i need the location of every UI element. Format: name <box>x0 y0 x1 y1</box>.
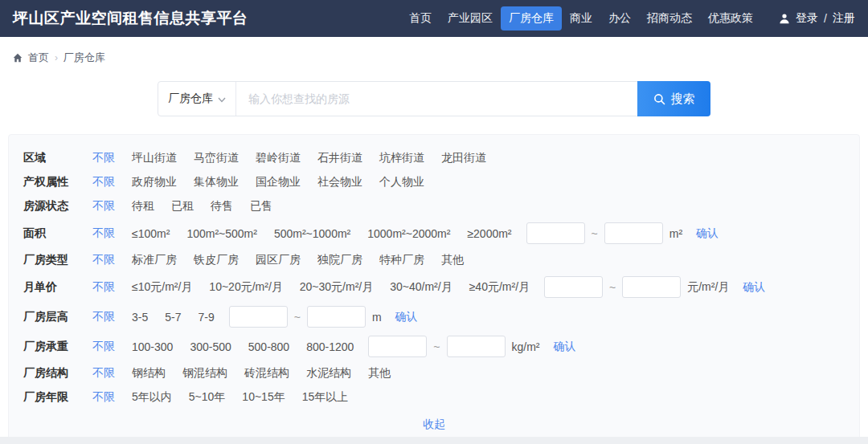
range-min-input[interactable] <box>526 222 585 244</box>
bottom-section-edge <box>0 437 868 444</box>
filter-option[interactable]: 个人物业 <box>379 175 424 189</box>
nav-item[interactable]: 产业园区 <box>440 6 501 31</box>
filter-option[interactable]: 砖混结构 <box>244 366 289 381</box>
filter-option[interactable]: 钢结构 <box>132 366 166 381</box>
filter-option[interactable]: 100m²~500m² <box>186 227 257 240</box>
range-max-input[interactable] <box>622 276 681 298</box>
confirm-button[interactable]: 确认 <box>395 310 418 324</box>
filter-row: 区域 不限坪山街道马峦街道碧岭街道石井街道坑梓街道龙田街道 <box>23 146 845 170</box>
filter-option[interactable]: 5年以内 <box>132 390 172 405</box>
confirm-button[interactable]: 确认 <box>696 226 719 241</box>
filter-option[interactable]: 碧岭街道 <box>256 151 301 165</box>
range-separator: ~ <box>433 340 440 353</box>
filter-option[interactable]: 龙田街道 <box>441 151 486 165</box>
filter-option[interactable]: 特种厂房 <box>379 253 424 267</box>
filter-option[interactable]: 5-7 <box>165 311 181 324</box>
filter-options: 不限待租已租待售已售 <box>92 199 272 214</box>
filter-option[interactable]: 15年以上 <box>302 390 349 405</box>
filter-option[interactable]: 1000m²~2000m² <box>367 227 450 240</box>
breadcrumb-home-link[interactable]: 首页 <box>28 51 49 65</box>
filter-option[interactable]: 坑梓街道 <box>379 151 424 165</box>
filter-option-selected[interactable]: 不限 <box>92 310 115 324</box>
confirm-button[interactable]: 确认 <box>554 340 576 354</box>
filter-option-selected[interactable]: 不限 <box>92 280 115 295</box>
filter-option[interactable]: 已租 <box>171 199 194 214</box>
chevron-down-icon <box>218 92 226 105</box>
filter-option[interactable]: 铁皮厂房 <box>194 253 239 267</box>
filter-option[interactable]: ≤100m² <box>132 227 170 240</box>
range-max-input[interactable] <box>307 306 366 328</box>
filter-options: 不限≤10元/m²/月10~20元/m²/月20~30元/m²/月30~40/m… <box>92 280 530 295</box>
filter-option-selected[interactable]: 不限 <box>92 390 115 405</box>
filter-option[interactable]: 100-300 <box>132 340 173 353</box>
search-button[interactable]: 搜索 <box>637 81 710 116</box>
filter-option[interactable]: 社会物业 <box>317 175 362 189</box>
filter-option[interactable]: 10~15年 <box>242 390 285 405</box>
filter-row: 房源状态 不限待租已租待售已售 <box>23 194 845 218</box>
filter-option[interactable]: 5~10年 <box>189 390 226 405</box>
filter-option-selected[interactable]: 不限 <box>92 366 115 381</box>
filter-option-selected[interactable]: 不限 <box>92 340 115 354</box>
filter-option[interactable]: 500m²~1000m² <box>274 227 350 240</box>
range-max-input[interactable] <box>447 336 506 357</box>
nav-menu: 首页产业园区厂房仓库商业办公招商动态优惠政策 <box>401 6 761 31</box>
filter-option[interactable]: 待租 <box>132 199 154 214</box>
filter-range: ~ 元/m²/月 确认 <box>544 276 765 298</box>
login-link[interactable]: 登录 <box>796 11 818 26</box>
filter-option[interactable]: 3-5 <box>132 311 148 324</box>
collapse-wrap: 收起 <box>23 417 845 432</box>
range-separator: ~ <box>294 311 301 324</box>
nav-item[interactable]: 招商动态 <box>639 6 700 31</box>
filter-option[interactable]: 石井街道 <box>317 151 362 165</box>
collapse-button[interactable]: 收起 <box>423 418 445 430</box>
filter-option[interactable]: 独院厂房 <box>317 253 362 267</box>
filter-option[interactable]: 其他 <box>368 366 391 381</box>
filter-option[interactable]: 10~20元/m²/月 <box>209 280 282 295</box>
filter-option-selected[interactable]: 不限 <box>92 253 115 267</box>
register-link[interactable]: 注册 <box>833 11 855 26</box>
filter-option[interactable]: 800-1200 <box>306 340 354 353</box>
filter-row-label: 区域 <box>23 151 92 165</box>
filter-option-selected[interactable]: 不限 <box>92 226 115 241</box>
nav-item[interactable]: 商业 <box>562 6 600 31</box>
filter-row: 月单价 不限≤10元/m²/月10~20元/m²/月20~30元/m²/月30~… <box>23 272 845 302</box>
filter-option[interactable]: 集体物业 <box>194 175 239 189</box>
range-max-input[interactable] <box>604 222 663 244</box>
filter-option-selected[interactable]: 不限 <box>92 175 115 189</box>
range-min-input[interactable] <box>229 306 288 328</box>
filter-option[interactable]: 300-500 <box>190 340 231 353</box>
filter-option[interactable]: 已售 <box>250 199 272 214</box>
filter-option[interactable]: 水泥结构 <box>306 366 351 381</box>
filter-option[interactable]: 待售 <box>211 199 233 214</box>
filter-row-label: 面积 <box>23 226 92 241</box>
filter-option[interactable]: 坪山街道 <box>132 151 177 165</box>
filter-option[interactable]: 国企物业 <box>256 175 301 189</box>
filter-range: ~ m 确认 <box>229 306 418 328</box>
range-min-input[interactable] <box>368 336 427 357</box>
range-min-input[interactable] <box>544 276 603 298</box>
nav-item[interactable]: 优惠政策 <box>700 6 761 31</box>
nav-item[interactable]: 首页 <box>401 6 440 31</box>
search-category-dropdown[interactable]: 厂房仓库 <box>158 82 236 116</box>
filter-option[interactable]: 园区厂房 <box>256 253 301 267</box>
filter-option[interactable]: 30~40/m²/月 <box>390 280 452 295</box>
nav-item-active[interactable]: 厂房仓库 <box>501 6 562 31</box>
filter-option[interactable]: 标准厂房 <box>132 253 177 267</box>
filter-option[interactable]: 20~30元/m²/月 <box>300 280 373 295</box>
filter-option[interactable]: 马峦街道 <box>194 151 239 165</box>
filter-option-selected[interactable]: 不限 <box>92 151 115 165</box>
search-input[interactable] <box>236 82 637 116</box>
confirm-button[interactable]: 确认 <box>743 280 765 295</box>
range-separator: ~ <box>609 281 616 294</box>
nav-item[interactable]: 办公 <box>600 6 639 31</box>
filter-option-selected[interactable]: 不限 <box>92 199 115 214</box>
filter-option[interactable]: ≥2000m² <box>467 227 511 240</box>
filter-option[interactable]: 其他 <box>441 253 464 267</box>
filter-option[interactable]: 500-800 <box>248 340 289 353</box>
breadcrumb-separator-icon: › <box>55 52 58 63</box>
filter-option[interactable]: 钢混结构 <box>182 366 227 381</box>
filter-option[interactable]: 7-9 <box>198 311 214 324</box>
filter-option[interactable]: ≤10元/m²/月 <box>132 280 192 295</box>
filter-option[interactable]: ≥40元/m²/月 <box>469 280 530 295</box>
filter-option[interactable]: 政府物业 <box>132 175 177 189</box>
